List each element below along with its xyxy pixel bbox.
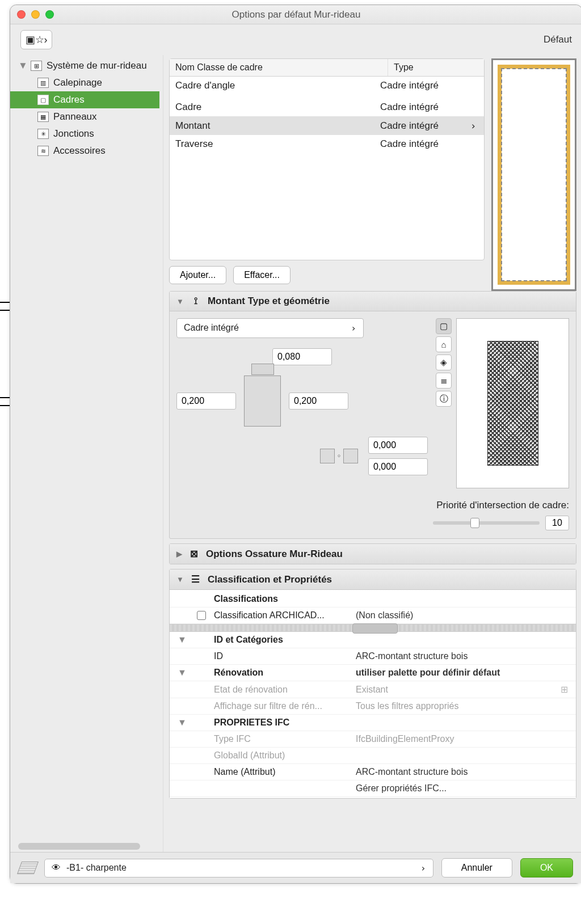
row-id[interactable]: ID ARC-montant structure bois bbox=[170, 648, 576, 665]
section-preview bbox=[456, 318, 569, 488]
panel-header-ossature[interactable]: ▶ ⊠ Options Ossature Mur-Rideau bbox=[170, 544, 576, 564]
row-globalid: GlobalId (Attribut) bbox=[170, 748, 576, 764]
view-tabs: ▢ ⌂ ◈ ≣ ⓘ bbox=[436, 318, 452, 488]
panel-header-geometry[interactable]: ▼ ⟟ Montant Type et géométrie bbox=[170, 292, 576, 311]
ok-button[interactable]: OK bbox=[520, 858, 573, 877]
table-row[interactable]: Cadre Cadre intégré bbox=[170, 98, 484, 117]
combo-value: Cadre intégré bbox=[184, 323, 239, 334]
accessory-icon: ≋ bbox=[37, 146, 49, 156]
table-row[interactable]: Cadre d'angle Cadre intégré bbox=[170, 77, 484, 95]
offset1-input[interactable] bbox=[368, 437, 428, 454]
tree-root[interactable]: ▼ ⊞ Système de mur-rideau bbox=[10, 57, 159, 74]
list-icon: ☰ bbox=[190, 573, 202, 585]
view-3d-icon[interactable]: ◈ bbox=[436, 355, 452, 370]
main-panel: Nom Classe de cadre Type Cadre d'angle C… bbox=[163, 55, 581, 852]
group-id-categories[interactable]: ▼ ID et Catégories bbox=[170, 632, 576, 648]
sidebar-item-panneaux[interactable]: ▦ Panneaux bbox=[10, 108, 159, 125]
structure-icon: ⊠ bbox=[188, 548, 200, 560]
view-plan-icon[interactable]: ▢ bbox=[436, 318, 452, 334]
frame-preview bbox=[491, 58, 576, 291]
layers-icon: ▣☆› bbox=[26, 33, 48, 46]
default-label: Défaut bbox=[544, 34, 572, 45]
chevron-down-icon: ▼ bbox=[176, 297, 184, 306]
sidebar-item-label: Accessoires bbox=[53, 145, 106, 157]
panel-title: Montant Type et géométrie bbox=[208, 296, 330, 307]
layers-icon[interactable] bbox=[17, 862, 39, 874]
titlebar: Options par défaut Mur-rideau bbox=[10, 5, 581, 24]
sidebar-item-cadres[interactable]: ▢ Cadres bbox=[10, 91, 159, 108]
chevron-down-icon: ▼ bbox=[178, 718, 189, 728]
sidebar-item-label: Panneaux bbox=[53, 111, 97, 123]
panel-ossature: ▶ ⊠ Options Ossature Mur-Rideau bbox=[169, 543, 576, 564]
width-input[interactable] bbox=[272, 348, 332, 365]
frame-icon: ▢ bbox=[37, 95, 49, 105]
table-row[interactable]: Traverse Cadre intégré bbox=[170, 135, 484, 153]
panel-icon: ▦ bbox=[37, 112, 49, 122]
col-name[interactable]: Nom Classe de cadre bbox=[170, 59, 388, 76]
footer: 👁 -B1- charpente › Annuler OK bbox=[10, 852, 581, 883]
layer-name: -B1- charpente bbox=[66, 863, 127, 873]
brick-icon: ⊞ bbox=[552, 684, 568, 695]
tree-root-label: Système de mur-rideau bbox=[47, 60, 147, 71]
group-renovation[interactable]: ▼ Rénovation utiliser palette pour défin… bbox=[170, 665, 576, 681]
panel-header-classification[interactable]: ▼ ☰ Classification et Propriétés bbox=[170, 569, 576, 590]
depth-left-input[interactable] bbox=[176, 393, 236, 410]
frame-geom-icon: ⟟ bbox=[190, 296, 202, 307]
chevron-down-icon: ▼ bbox=[178, 635, 189, 645]
add-button[interactable]: Ajouter... bbox=[169, 266, 226, 284]
row-manage-ifc[interactable]: Gérer propriétés IFC... bbox=[170, 780, 576, 797]
chevron-down-icon: ▼ bbox=[178, 668, 189, 678]
checkbox-icon[interactable] bbox=[197, 611, 206, 620]
sidebar-item-label: Cadres bbox=[53, 94, 85, 106]
sidebar-item-accessoires[interactable]: ≋ Accessoires bbox=[10, 142, 159, 159]
sidebar-item-calepinage[interactable]: ▥ Calepinage bbox=[10, 74, 159, 91]
panel-classification: ▼ ☰ Classification et Propriétés Classif… bbox=[169, 569, 576, 799]
junction-icon: ✳ bbox=[37, 129, 49, 139]
chevron-right-icon: ▶ bbox=[176, 550, 182, 558]
toolbar: ▣☆› Défaut bbox=[10, 24, 581, 55]
info-icon[interactable]: ⓘ bbox=[436, 391, 452, 407]
row-ifc-type: Type IFC IfcBuildingElementProxy bbox=[170, 731, 576, 748]
scheme-icon: ▥ bbox=[37, 78, 49, 88]
row-renovation-state: Etat de rénovation Existant ⊞ bbox=[170, 681, 576, 698]
frame-type-combo[interactable]: Cadre intégré › bbox=[176, 318, 364, 338]
dialog-window: Options par défaut Mur-rideau ▣☆› Défaut… bbox=[10, 5, 581, 884]
grid-icon: ⊞ bbox=[31, 61, 42, 71]
mini-scrollbar[interactable] bbox=[170, 624, 576, 632]
row-name-attr[interactable]: Name (Attribut) ARC-montant structure bo… bbox=[170, 764, 576, 780]
priority-label: Priorité d'intersection de cadre: bbox=[436, 500, 569, 511]
layer-combo[interactable]: 👁 -B1- charpente › bbox=[44, 859, 433, 877]
scrollbar-horizontal[interactable] bbox=[18, 843, 140, 850]
eye-icon: 👁 bbox=[52, 863, 61, 873]
cancel-button[interactable]: Annuler bbox=[441, 858, 512, 877]
chevron-right-icon: › bbox=[420, 863, 426, 874]
view-elev-icon[interactable]: ⌂ bbox=[436, 336, 452, 352]
row-renovation-filter: Affichage sur filtre de rén... Tous les … bbox=[170, 698, 576, 715]
group-classifications: Classifications bbox=[170, 591, 576, 607]
table-row-selected[interactable]: Montant Cadre intégré › bbox=[170, 117, 484, 135]
table-header: Nom Classe de cadre Type bbox=[170, 59, 484, 77]
row-archicad-classification[interactable]: Classification ARCHICAD... (Non classifi… bbox=[170, 607, 576, 624]
priority-value[interactable] bbox=[545, 516, 569, 530]
delete-button[interactable]: Effacer... bbox=[233, 266, 290, 284]
offset-diagram: ◦ bbox=[318, 444, 360, 469]
sidebar-item-jonctions[interactable]: ✳ Jonctions bbox=[10, 125, 159, 142]
sidebar: ▼ ⊞ Système de mur-rideau ▥ Calepinage ▢… bbox=[10, 55, 163, 852]
panel-title: Classification et Propriétés bbox=[208, 574, 332, 585]
panel-geometry: ▼ ⟟ Montant Type et géométrie Cadre inté… bbox=[169, 291, 576, 539]
chevron-down-icon: ▼ bbox=[18, 60, 26, 71]
sidebar-item-label: Calepinage bbox=[53, 77, 102, 88]
group-ifc[interactable]: ▼ PROPRIETES IFC bbox=[170, 715, 576, 731]
panel-title: Options Ossature Mur-Rideau bbox=[206, 549, 343, 560]
chevron-down-icon: ▼ bbox=[176, 575, 184, 584]
chevron-right-icon: › bbox=[351, 323, 356, 334]
depth-right-input[interactable] bbox=[289, 393, 348, 410]
offset2-input[interactable] bbox=[368, 458, 428, 475]
window-title: Options par défaut Mur-rideau bbox=[10, 9, 581, 20]
col-type[interactable]: Type bbox=[388, 59, 484, 76]
sidebar-item-label: Jonctions bbox=[53, 128, 94, 140]
favorites-button[interactable]: ▣☆› bbox=[20, 30, 52, 49]
view-section-icon[interactable]: ≣ bbox=[436, 373, 452, 389]
chevron-right-icon[interactable]: › bbox=[468, 120, 478, 132]
priority-slider[interactable] bbox=[433, 521, 540, 525]
